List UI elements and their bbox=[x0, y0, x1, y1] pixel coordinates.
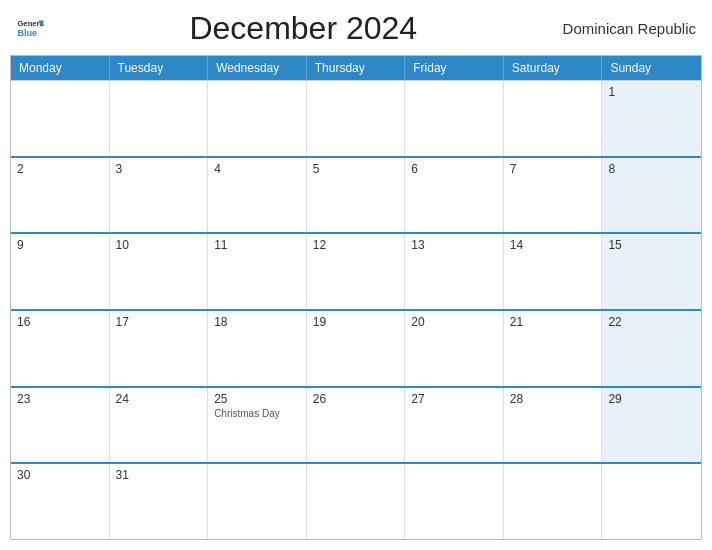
day-cell-4-3: 26 bbox=[307, 388, 406, 463]
day-cell-0-2 bbox=[208, 81, 307, 156]
day-number: 23 bbox=[17, 392, 103, 406]
day-number: 13 bbox=[411, 238, 497, 252]
day-number: 17 bbox=[116, 315, 202, 329]
day-number: 4 bbox=[214, 162, 300, 176]
day-number: 12 bbox=[313, 238, 399, 252]
day-cell-3-3: 19 bbox=[307, 311, 406, 386]
day-cell-3-1: 17 bbox=[110, 311, 209, 386]
day-cell-0-1 bbox=[110, 81, 209, 156]
day-number: 2 bbox=[17, 162, 103, 176]
header-friday: Friday bbox=[405, 56, 504, 80]
day-cell-3-5: 21 bbox=[504, 311, 603, 386]
day-cell-0-0 bbox=[11, 81, 110, 156]
week-row-1: 1 bbox=[11, 80, 701, 156]
day-cell-1-1: 3 bbox=[110, 158, 209, 233]
holiday-label: Christmas Day bbox=[214, 408, 300, 419]
day-cell-0-5 bbox=[504, 81, 603, 156]
calendar-header: General Blue December 2024 Dominican Rep… bbox=[0, 0, 712, 55]
header-monday: Monday bbox=[11, 56, 110, 80]
day-cell-5-3 bbox=[307, 464, 406, 539]
day-number: 9 bbox=[17, 238, 103, 252]
day-cell-2-4: 13 bbox=[405, 234, 504, 309]
day-number: 30 bbox=[17, 468, 103, 482]
day-number: 1 bbox=[608, 85, 695, 99]
day-cell-3-2: 18 bbox=[208, 311, 307, 386]
day-number: 24 bbox=[116, 392, 202, 406]
day-number: 11 bbox=[214, 238, 300, 252]
day-cell-5-6 bbox=[602, 464, 701, 539]
month-title: December 2024 bbox=[189, 10, 417, 47]
day-number: 22 bbox=[608, 315, 695, 329]
day-cell-3-0: 16 bbox=[11, 311, 110, 386]
day-cell-0-6: 1 bbox=[602, 81, 701, 156]
day-cell-3-4: 20 bbox=[405, 311, 504, 386]
calendar-weeks: 1234567891011121314151617181920212223242… bbox=[11, 80, 701, 539]
day-number: 20 bbox=[411, 315, 497, 329]
day-cell-4-5: 28 bbox=[504, 388, 603, 463]
day-cell-2-0: 9 bbox=[11, 234, 110, 309]
day-cell-1-2: 4 bbox=[208, 158, 307, 233]
header-saturday: Saturday bbox=[504, 56, 603, 80]
logo: General Blue bbox=[16, 15, 44, 43]
day-cell-2-6: 15 bbox=[602, 234, 701, 309]
day-number: 6 bbox=[411, 162, 497, 176]
week-row-5: 232425Christmas Day26272829 bbox=[11, 386, 701, 463]
day-cell-4-4: 27 bbox=[405, 388, 504, 463]
day-cell-3-6: 22 bbox=[602, 311, 701, 386]
week-row-6: 3031 bbox=[11, 462, 701, 539]
day-number: 19 bbox=[313, 315, 399, 329]
day-cell-5-0: 30 bbox=[11, 464, 110, 539]
header-thursday: Thursday bbox=[307, 56, 406, 80]
day-cell-1-0: 2 bbox=[11, 158, 110, 233]
day-cell-2-3: 12 bbox=[307, 234, 406, 309]
day-number: 26 bbox=[313, 392, 399, 406]
day-number: 25 bbox=[214, 392, 300, 406]
day-cell-5-5 bbox=[504, 464, 603, 539]
day-number: 21 bbox=[510, 315, 596, 329]
day-number: 15 bbox=[608, 238, 695, 252]
day-cell-2-5: 14 bbox=[504, 234, 603, 309]
country-label: Dominican Republic bbox=[563, 20, 696, 37]
day-cell-2-1: 10 bbox=[110, 234, 209, 309]
day-number: 18 bbox=[214, 315, 300, 329]
day-number: 8 bbox=[608, 162, 695, 176]
day-number: 29 bbox=[608, 392, 695, 406]
day-cell-5-1: 31 bbox=[110, 464, 209, 539]
week-row-3: 9101112131415 bbox=[11, 232, 701, 309]
day-cell-4-0: 23 bbox=[11, 388, 110, 463]
day-cell-2-2: 11 bbox=[208, 234, 307, 309]
day-number: 5 bbox=[313, 162, 399, 176]
header-tuesday: Tuesday bbox=[110, 56, 209, 80]
day-number: 16 bbox=[17, 315, 103, 329]
header-sunday: Sunday bbox=[602, 56, 701, 80]
day-cell-0-4 bbox=[405, 81, 504, 156]
day-number: 28 bbox=[510, 392, 596, 406]
calendar: Monday Tuesday Wednesday Thursday Friday… bbox=[10, 55, 702, 540]
day-number: 27 bbox=[411, 392, 497, 406]
day-number: 31 bbox=[116, 468, 202, 482]
day-number: 14 bbox=[510, 238, 596, 252]
day-cell-5-4 bbox=[405, 464, 504, 539]
day-number: 7 bbox=[510, 162, 596, 176]
day-cell-1-6: 8 bbox=[602, 158, 701, 233]
day-cell-4-1: 24 bbox=[110, 388, 209, 463]
svg-text:Blue: Blue bbox=[17, 28, 37, 38]
day-cell-5-2 bbox=[208, 464, 307, 539]
logo-icon: General Blue bbox=[16, 15, 44, 43]
day-headers: Monday Tuesday Wednesday Thursday Friday… bbox=[11, 56, 701, 80]
day-cell-1-4: 6 bbox=[405, 158, 504, 233]
day-number: 3 bbox=[116, 162, 202, 176]
day-cell-0-3 bbox=[307, 81, 406, 156]
week-row-2: 2345678 bbox=[11, 156, 701, 233]
day-cell-1-3: 5 bbox=[307, 158, 406, 233]
week-row-4: 16171819202122 bbox=[11, 309, 701, 386]
day-cell-1-5: 7 bbox=[504, 158, 603, 233]
day-cell-4-6: 29 bbox=[602, 388, 701, 463]
day-number: 10 bbox=[116, 238, 202, 252]
header-wednesday: Wednesday bbox=[208, 56, 307, 80]
day-cell-4-2: 25Christmas Day bbox=[208, 388, 307, 463]
